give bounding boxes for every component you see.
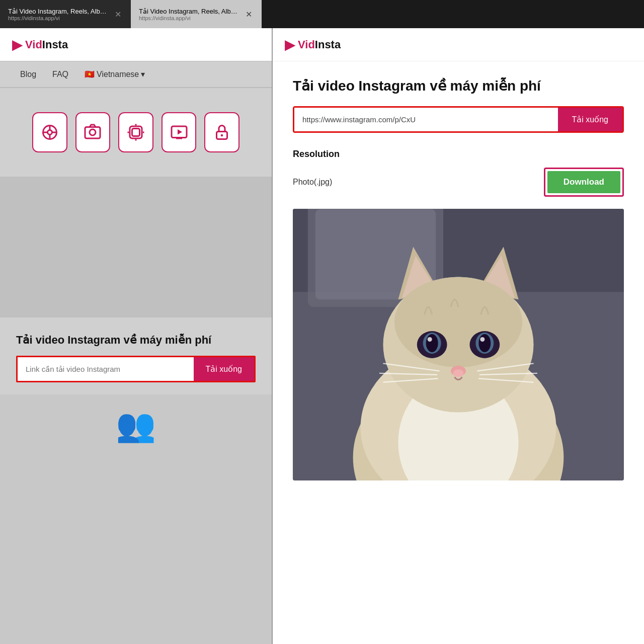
left-bottom-section: Tải video Instagram về máy miễn phí Tải … (0, 317, 272, 394)
right-logo-play-icon: ▶ (285, 36, 296, 53)
left-search-box: Tải xuống (18, 357, 254, 381)
svg-point-39 (478, 334, 491, 352)
tv-icon (170, 123, 188, 141)
left-search-input[interactable] (18, 357, 194, 381)
left-logo-play-icon: ▶ (12, 36, 23, 53)
left-logo: ▶ VidInsta (12, 36, 68, 53)
story-icon-btn[interactable] (118, 112, 153, 152)
svg-point-40 (480, 337, 485, 342)
resolution-title: Resolution (293, 149, 624, 159)
tab-2-title: Tải Video Instagram, Reels, Albums từ In… (139, 8, 239, 15)
left-tai-xuong-button[interactable]: Tải xuống (194, 357, 254, 381)
browser-tab-1[interactable]: Tải Video Instagram, Reels, Albums từ In… (0, 0, 131, 28)
svg-point-19 (221, 134, 223, 137)
tab-1-close-icon[interactable]: ✕ (113, 9, 123, 19)
right-site-header: ▶ VidInsta (273, 28, 644, 61)
svg-point-7 (90, 129, 96, 135)
reels-icon (41, 123, 59, 141)
svg-point-32 (394, 277, 522, 367)
cat-preview-svg (293, 209, 624, 480)
icon-grid (16, 100, 256, 165)
tab-2-info: Tải Video Instagram, Reels, Albums từ In… (139, 8, 239, 21)
left-hero-title: Tải video Instagram về máy miễn phí (16, 334, 256, 347)
resolution-section: Resolution Photo(.jpg) Download (293, 149, 624, 197)
resolution-row: Photo(.jpg) Download (293, 168, 624, 197)
right-panel: ▶ VidInsta Tải video Instagram về máy mi… (273, 28, 644, 644)
people-icon: 👥 (116, 407, 156, 444)
highlight-icon-btn[interactable] (204, 112, 239, 152)
language-flag: 🇻🇳 (85, 69, 95, 79)
reels-icon-btn[interactable] (32, 112, 67, 152)
download-button[interactable]: Download (547, 171, 620, 193)
chevron-down-icon: ▾ (141, 69, 145, 79)
right-logo-text: VidInsta (298, 38, 341, 51)
nav-blog-link[interactable]: Blog (20, 70, 36, 79)
tab-bar: Tải Video Instagram, Reels, Albums từ In… (0, 0, 644, 28)
left-empty-area (0, 177, 272, 317)
tv-icon-btn[interactable] (162, 112, 197, 152)
lock-icon (213, 123, 231, 141)
story-icon (127, 123, 145, 141)
camera-icon (84, 123, 102, 141)
right-tai-xuong-button[interactable]: Tải xuống (558, 108, 622, 131)
svg-rect-9 (132, 129, 139, 136)
right-search-input[interactable] (294, 108, 558, 131)
svg-point-35 (426, 334, 438, 352)
right-search-box-wrapper: Tải xuống (293, 106, 624, 133)
right-search-inner: Tải xuống (294, 108, 622, 131)
tab-2-close-icon[interactable]: ✕ (244, 9, 254, 19)
left-panel: ▶ VidInsta Blog FAQ 🇻🇳 Vietnamese ▾ (0, 28, 272, 644)
svg-point-42 (453, 369, 464, 377)
tab-2-url: https://vidinsta.app/vi (139, 15, 239, 21)
bottom-decoration: 👥 (0, 394, 272, 444)
right-logo: ▶ VidInsta (285, 36, 341, 53)
nav-faq-link[interactable]: FAQ (52, 70, 68, 79)
left-search-highlight: Tải xuống (16, 356, 256, 382)
browser-tab-2[interactable]: Tải Video Instagram, Reels, Albums từ In… (131, 0, 262, 28)
photo-icon-btn[interactable] (75, 112, 111, 152)
right-hero-title: Tải video Instagram về máy miễn phí (293, 77, 624, 94)
svg-marker-17 (178, 129, 182, 135)
preview-image (293, 209, 624, 480)
tab-1-title: Tải Video Instagram, Reels, Albums từ In… (8, 8, 109, 15)
download-button-wrapper: Download (544, 168, 624, 197)
svg-point-36 (428, 337, 432, 342)
left-logo-text: VidInsta (25, 38, 68, 51)
resolution-label: Photo(.jpg) (293, 178, 532, 187)
svg-point-1 (47, 130, 52, 135)
left-nav: Blog FAQ 🇻🇳 Vietnamese ▾ (0, 61, 272, 88)
right-main-content: Tải video Instagram về máy miễn phí Tải … (273, 61, 644, 497)
left-site-header: ▶ VidInsta (0, 28, 272, 61)
browser-content: ▶ VidInsta Blog FAQ 🇻🇳 Vietnamese ▾ (0, 28, 644, 644)
icon-grid-area (0, 88, 272, 177)
language-selector[interactable]: 🇻🇳 Vietnamese ▾ (85, 69, 145, 79)
tab-1-url: https://vidinsta.app/vi (8, 15, 109, 21)
language-label: Vietnamese (97, 70, 139, 79)
tab-1-info: Tải Video Instagram, Reels, Albums từ In… (8, 8, 109, 21)
